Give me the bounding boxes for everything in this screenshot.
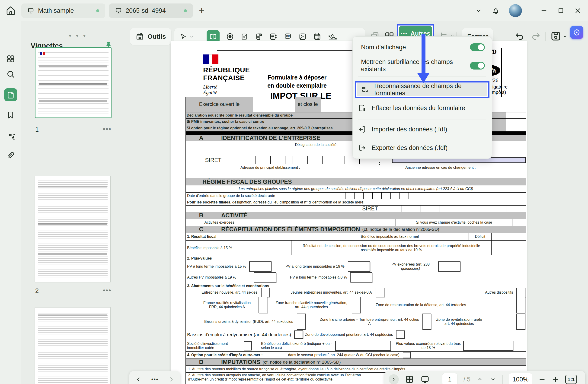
zoom-out-button[interactable]: [538, 376, 546, 383]
push-button-tool[interactable]: OK: [284, 32, 292, 41]
thumbnail-preview: [38, 179, 107, 279]
menu-item-import-fdf[interactable]: Importer des données (.fdf): [353, 122, 492, 137]
new-tab-button[interactable]: +: [199, 6, 204, 16]
date-field-tool[interactable]: [313, 32, 321, 41]
attachment-icon: [6, 151, 15, 160]
page-number: 2: [35, 287, 39, 295]
tabs-chevron-down-icon[interactable]: [475, 7, 483, 15]
page-layout-button[interactable]: [405, 375, 414, 384]
page-options-button[interactable]: •••: [103, 287, 111, 294]
close-button[interactable]: [574, 6, 582, 15]
divider: [200, 32, 200, 41]
tutorial-arrow-head: [417, 73, 429, 83]
image-field-tool[interactable]: [298, 32, 307, 41]
left-sidebar: [0, 21, 21, 384]
form-row-siret2: SIRET: [186, 205, 526, 212]
svg-text:OK: OK: [286, 35, 290, 37]
form-row-filiales: Pour les sociétés filiales, désignation,…: [186, 199, 526, 205]
undo-button[interactable]: [514, 31, 525, 42]
checkbox-tool[interactable]: [240, 33, 248, 40]
page-thumbnail-1[interactable]: [35, 47, 111, 118]
signature-field-tool[interactable]: [328, 32, 338, 41]
presentation-mode-button[interactable]: [420, 375, 430, 384]
menu-item-export-fdf[interactable]: Exporter des données (.fdf): [353, 141, 492, 155]
list-box-tool[interactable]: [269, 32, 277, 41]
sidebar-grid-button[interactable]: [4, 52, 17, 65]
chevron-down-icon: [189, 34, 194, 39]
form-row-outremer: 4. Option pour le crédit d'impôt outre-m…: [186, 351, 526, 359]
sidebar-thumbnails-button[interactable]: [4, 88, 17, 101]
sidebar-attachment-button[interactable]: [4, 149, 17, 162]
tab-2065-sd[interactable]: 2065-sd_4994: [109, 3, 193, 18]
form-row-note: Les entreprises placées sous le régime d…: [186, 185, 526, 193]
page-up-button[interactable]: [477, 376, 483, 383]
unsaved-dot: [184, 9, 187, 12]
export-data-icon: [358, 143, 367, 152]
page-number: 1: [35, 126, 39, 133]
unsaved-dot: [96, 9, 99, 12]
redo-button[interactable]: [530, 31, 541, 42]
radio-button-tool[interactable]: [226, 32, 234, 41]
prev-page-icon[interactable]: [135, 376, 142, 383]
thumbnails-panel: • • • Vignettes 1 ••• 2 •••: [21, 21, 125, 384]
siret-boxes[interactable]: [241, 156, 367, 164]
sidebar-search-button[interactable]: [4, 68, 17, 81]
notifications-bell-icon[interactable]: [491, 6, 500, 15]
bookmark-icon: [6, 111, 15, 119]
title-bar: Math sample 2065-sd_4994 +: [0, 0, 588, 21]
page-number-input[interactable]: 1: [442, 373, 458, 384]
republique-logo: RÉPUBLIQUE FRANÇAISE Liberté Égalité Fra…: [203, 55, 250, 101]
minimize-button[interactable]: [540, 6, 548, 15]
menu-divider: [358, 120, 486, 120]
menu-item-field-recognition[interactable]: Reconnaissance de champs de formulaires: [355, 81, 489, 98]
page-total: / 5: [463, 376, 470, 383]
panel-drag-handle[interactable]: • • •: [69, 32, 87, 40]
maximize-button[interactable]: [557, 7, 565, 15]
next-page-icon[interactable]: [168, 376, 175, 383]
grid-icon: [6, 54, 15, 63]
select-tool[interactable]: [179, 33, 194, 40]
toggle-on[interactable]: [470, 62, 485, 70]
toggle-on[interactable]: [470, 43, 485, 51]
save-chevron-icon[interactable]: [562, 33, 568, 40]
zoom-status-bar: 1 / 5 100% 1:1: [384, 371, 585, 384]
tab-math-sample[interactable]: Math sample: [21, 3, 105, 18]
page-options-button[interactable]: •••: [103, 126, 111, 133]
toolbox-icon: [135, 32, 144, 41]
actual-size-button[interactable]: 1:1: [565, 375, 577, 384]
clear-form-icon: [358, 103, 367, 112]
ai-assistant-button[interactable]: [570, 26, 583, 39]
dropdown-field-tool[interactable]: [254, 32, 263, 41]
ai-swirl-icon: [572, 28, 581, 37]
zoom-level-input[interactable]: 100%: [509, 373, 532, 384]
zoom-in-button[interactable]: [552, 376, 559, 383]
page-thumbnail-2[interactable]: [35, 176, 111, 282]
sidebar-comments-button[interactable]: [4, 128, 17, 141]
text-field-icon: [209, 32, 217, 41]
form-row-resultat: 1. Résultat fiscal Bénéfice imposable au…: [186, 233, 526, 241]
monitor-icon: [27, 7, 34, 14]
sidebar-bookmark-button[interactable]: [4, 108, 17, 121]
tutorial-arrow: [421, 34, 425, 74]
page-down-button[interactable]: [489, 376, 496, 383]
avatar[interactable]: [509, 4, 522, 17]
page-nav-bar: •••: [129, 371, 180, 384]
cursor-icon: [179, 33, 187, 40]
tab-label: 2065-sd_4994: [126, 7, 180, 14]
divider: [545, 32, 546, 41]
page-thumbnail-3[interactable]: [35, 307, 111, 384]
form-row-date-entree: Date d'entrée dans le groupe de la socié…: [186, 192, 526, 199]
siret2-boxes[interactable]: [392, 205, 526, 212]
outils-button[interactable]: Outils: [130, 28, 171, 45]
form-row-empty[interactable]: [186, 171, 526, 178]
comments-icon: [6, 130, 15, 140]
nav-more-button[interactable]: •••: [151, 376, 158, 383]
form-block-lower: 2. Plus-values PV à long terme imposable…: [186, 255, 526, 352]
home-button[interactable]: [0, 6, 21, 16]
menu-item-clear-form[interactable]: Effacer les données du formulaire: [353, 101, 492, 115]
date-boxes[interactable]: [345, 193, 419, 199]
autres-label: Autres: [410, 30, 430, 37]
save-button[interactable]: [550, 30, 562, 42]
collapse-bar-button[interactable]: [389, 374, 399, 384]
import-data-icon: [358, 125, 367, 134]
